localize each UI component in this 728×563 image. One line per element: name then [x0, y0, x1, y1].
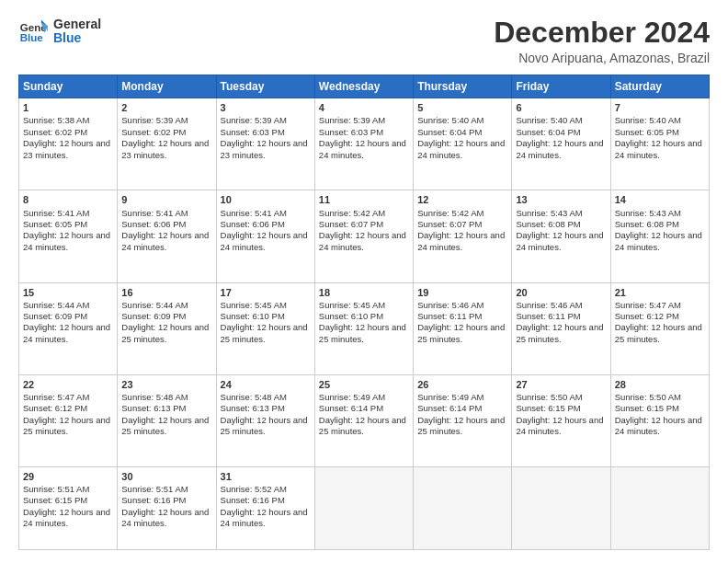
- calendar-week-row: 22Sunrise: 5:47 AMSunset: 6:12 PMDayligh…: [19, 374, 710, 466]
- table-row: 14Sunrise: 5:43 AMSunset: 6:08 PMDayligh…: [610, 190, 709, 282]
- sunset-label: Sunset: 6:04 PM: [516, 127, 580, 137]
- sunset-label: Sunset: 6:11 PM: [417, 311, 482, 321]
- daylight-label: Daylight: 12 hours and 23 minutes.: [23, 138, 110, 159]
- day-number: 24: [221, 378, 311, 391]
- table-row: 22Sunrise: 5:47 AMSunset: 6:12 PMDayligh…: [19, 374, 118, 466]
- daylight-label: Daylight: 12 hours and 25 minutes.: [221, 322, 308, 343]
- day-number: 14: [615, 193, 705, 206]
- daylight-label: Daylight: 12 hours and 24 minutes.: [417, 138, 505, 159]
- calendar-week-row: 1Sunrise: 5:38 AMSunset: 6:02 PMDaylight…: [19, 98, 710, 190]
- day-number: 17: [221, 286, 311, 299]
- table-row: 10Sunrise: 5:41 AMSunset: 6:06 PMDayligh…: [216, 190, 314, 282]
- daylight-label: Daylight: 12 hours and 25 minutes.: [319, 322, 406, 343]
- table-row: 29Sunrise: 5:51 AMSunset: 6:15 PMDayligh…: [19, 466, 118, 549]
- col-friday: Friday: [512, 75, 610, 98]
- day-number: 11: [319, 193, 409, 206]
- table-row: 25Sunrise: 5:49 AMSunset: 6:14 PMDayligh…: [314, 374, 413, 466]
- col-saturday: Saturday: [610, 75, 709, 98]
- sunrise-label: Sunrise: 5:47 AM: [23, 392, 89, 402]
- table-row: 11Sunrise: 5:42 AMSunset: 6:07 PMDayligh…: [314, 190, 413, 282]
- sunrise-label: Sunrise: 5:48 AM: [121, 392, 188, 402]
- sunset-label: Sunset: 6:07 PM: [319, 219, 383, 229]
- daylight-label: Daylight: 12 hours and 25 minutes.: [319, 415, 406, 436]
- daylight-label: Daylight: 12 hours and 24 minutes.: [516, 138, 603, 159]
- month-title: December 2024: [494, 17, 710, 49]
- daylight-label: Daylight: 12 hours and 24 minutes.: [121, 507, 209, 528]
- sunrise-label: Sunrise: 5:45 AM: [319, 300, 385, 310]
- sunset-label: Sunset: 6:07 PM: [417, 219, 482, 229]
- daylight-label: Daylight: 12 hours and 25 minutes.: [221, 415, 308, 436]
- sunrise-label: Sunrise: 5:51 AM: [23, 484, 89, 494]
- table-row: 13Sunrise: 5:43 AMSunset: 6:08 PMDayligh…: [512, 190, 610, 282]
- sunset-label: Sunset: 6:12 PM: [23, 403, 87, 413]
- table-row: 17Sunrise: 5:45 AMSunset: 6:10 PMDayligh…: [216, 282, 314, 374]
- sunset-label: Sunset: 6:08 PM: [615, 219, 679, 229]
- day-number: 26: [417, 378, 507, 391]
- sunset-label: Sunset: 6:13 PM: [221, 403, 285, 413]
- table-row: 23Sunrise: 5:48 AMSunset: 6:13 PMDayligh…: [118, 374, 216, 466]
- sunrise-label: Sunrise: 5:50 AM: [615, 392, 681, 402]
- daylight-label: Daylight: 12 hours and 25 minutes.: [417, 415, 505, 436]
- logo-icon: General Blue: [18, 17, 48, 46]
- calendar-week-row: 29Sunrise: 5:51 AMSunset: 6:15 PMDayligh…: [19, 466, 710, 549]
- sunset-label: Sunset: 6:14 PM: [319, 403, 383, 413]
- calendar-week-row: 15Sunrise: 5:44 AMSunset: 6:09 PMDayligh…: [19, 282, 710, 374]
- sunrise-label: Sunrise: 5:43 AM: [516, 208, 582, 218]
- logo: General Blue General Blue: [18, 17, 101, 46]
- day-number: 4: [319, 101, 409, 114]
- daylight-label: Daylight: 12 hours and 24 minutes.: [615, 230, 702, 251]
- sunset-label: Sunset: 6:14 PM: [417, 403, 482, 413]
- col-thursday: Thursday: [414, 75, 512, 98]
- sunset-label: Sunset: 6:09 PM: [121, 311, 186, 321]
- sunset-label: Sunset: 6:11 PM: [516, 311, 580, 321]
- day-number: 7: [615, 101, 705, 114]
- table-row: 7Sunrise: 5:40 AMSunset: 6:05 PMDaylight…: [610, 98, 709, 190]
- daylight-label: Daylight: 12 hours and 24 minutes.: [23, 507, 110, 528]
- table-row: 21Sunrise: 5:47 AMSunset: 6:12 PMDayligh…: [610, 282, 709, 374]
- day-number: 23: [121, 378, 211, 391]
- table-row: 20Sunrise: 5:46 AMSunset: 6:11 PMDayligh…: [512, 282, 610, 374]
- table-row: 27Sunrise: 5:50 AMSunset: 6:15 PMDayligh…: [512, 374, 610, 466]
- day-number: 21: [615, 286, 705, 299]
- table-row: 1Sunrise: 5:38 AMSunset: 6:02 PMDaylight…: [19, 98, 118, 190]
- sunrise-label: Sunrise: 5:39 AM: [121, 115, 188, 125]
- day-number: 13: [516, 193, 606, 206]
- sunset-label: Sunset: 6:13 PM: [121, 403, 186, 413]
- daylight-label: Daylight: 12 hours and 25 minutes.: [516, 322, 603, 343]
- table-row: 6Sunrise: 5:40 AMSunset: 6:04 PMDaylight…: [512, 98, 610, 190]
- table-row: 31Sunrise: 5:52 AMSunset: 6:16 PMDayligh…: [216, 466, 314, 549]
- sunrise-label: Sunrise: 5:49 AM: [417, 392, 483, 402]
- table-row: 30Sunrise: 5:51 AMSunset: 6:16 PMDayligh…: [118, 466, 216, 549]
- sunrise-label: Sunrise: 5:38 AM: [23, 115, 89, 125]
- header: General Blue General Blue December 2024 …: [18, 17, 710, 65]
- daylight-label: Daylight: 12 hours and 25 minutes.: [615, 322, 702, 343]
- day-number: 6: [516, 101, 606, 114]
- sunset-label: Sunset: 6:05 PM: [615, 127, 679, 137]
- sunrise-label: Sunrise: 5:48 AM: [221, 392, 287, 402]
- sunrise-label: Sunrise: 5:46 AM: [516, 300, 582, 310]
- sunset-label: Sunset: 6:15 PM: [516, 403, 580, 413]
- daylight-label: Daylight: 12 hours and 23 minutes.: [221, 138, 308, 159]
- sunrise-label: Sunrise: 5:42 AM: [417, 208, 483, 218]
- sunset-label: Sunset: 6:05 PM: [23, 219, 87, 229]
- col-monday: Monday: [118, 75, 216, 98]
- table-row: 19Sunrise: 5:46 AMSunset: 6:11 PMDayligh…: [414, 282, 512, 374]
- day-number: 30: [121, 470, 211, 483]
- daylight-label: Daylight: 12 hours and 24 minutes.: [221, 507, 308, 528]
- sunrise-label: Sunrise: 5:46 AM: [417, 300, 483, 310]
- table-row: 4Sunrise: 5:39 AMSunset: 6:03 PMDaylight…: [314, 98, 413, 190]
- calendar-week-row: 8Sunrise: 5:41 AMSunset: 6:05 PMDaylight…: [19, 190, 710, 282]
- daylight-label: Daylight: 12 hours and 24 minutes.: [221, 230, 308, 251]
- daylight-label: Daylight: 12 hours and 24 minutes.: [417, 230, 505, 251]
- day-number: 22: [23, 378, 113, 391]
- daylight-label: Daylight: 12 hours and 23 minutes.: [121, 138, 209, 159]
- calendar-table: Sunday Monday Tuesday Wednesday Thursday…: [18, 75, 710, 550]
- table-row: [414, 466, 512, 549]
- sunrise-label: Sunrise: 5:49 AM: [319, 392, 385, 402]
- day-number: 28: [615, 378, 705, 391]
- sunset-label: Sunset: 6:06 PM: [221, 219, 285, 229]
- day-number: 27: [516, 378, 606, 391]
- sunrise-label: Sunrise: 5:41 AM: [221, 208, 287, 218]
- title-block: December 2024 Novo Aripuana, Amazonas, B…: [494, 17, 710, 65]
- sunset-label: Sunset: 6:04 PM: [417, 127, 482, 137]
